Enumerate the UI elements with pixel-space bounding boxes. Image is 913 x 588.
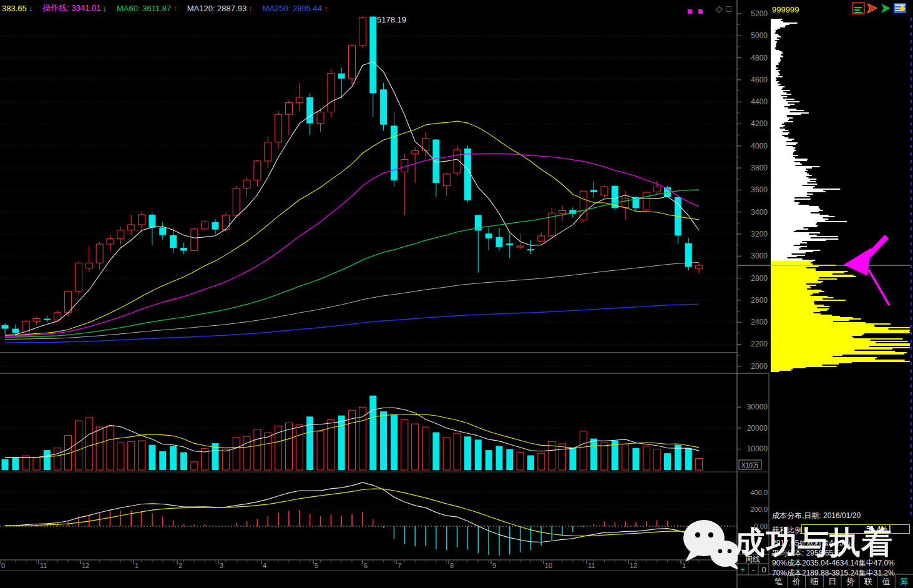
macd-bar-down (383, 526, 384, 527)
chip-bar-loss (771, 190, 823, 191)
chip-bar-loss (771, 144, 796, 145)
chip-bar-loss (771, 131, 783, 132)
volume-axis-label: 10000 (747, 444, 768, 453)
price-axis-label: 2600 (751, 296, 768, 305)
chip-bar-loss (771, 121, 793, 122)
volume-bar-down (664, 453, 671, 470)
marker-icon[interactable] (698, 9, 703, 14)
chip-bar-loss (771, 217, 823, 218)
chip-bar-loss (771, 246, 807, 247)
chip-bar-loss (771, 91, 783, 92)
chip-bar-loss (771, 235, 817, 236)
chip-bar-loss (771, 220, 825, 221)
chip-bar-profit (771, 327, 910, 328)
chip-bar-loss (771, 260, 815, 261)
chip-bar-loss (771, 141, 786, 142)
month-label: 2 (178, 562, 182, 569)
macd-bar-up (267, 516, 268, 526)
chip-bar-loss (771, 240, 826, 241)
marker-icon[interactable] (688, 9, 692, 14)
chip-bar-loss (771, 135, 782, 136)
diamond-icon[interactable]: ◇ (716, 4, 723, 14)
chip-bar-loss (771, 201, 794, 202)
macd-bar-up (257, 519, 258, 526)
red-arrow-icon[interactable] (867, 4, 877, 13)
price-axis-label: 4400 (751, 97, 768, 106)
chip-bar-profit (771, 306, 829, 307)
chip-bar-profit (771, 326, 875, 327)
macd-bar-up (635, 522, 637, 526)
macd-bar-up (278, 513, 279, 526)
month-label: 0 (1, 562, 5, 569)
chip-bar-profit (771, 362, 852, 363)
chip-bar-loss (771, 92, 786, 94)
chip-bar-loss (771, 117, 793, 119)
volume-bar-up (296, 425, 303, 470)
macd-bar-up (130, 511, 132, 526)
chip-bar-loss (771, 227, 804, 228)
chip-bar-loss (771, 61, 780, 62)
macd-bar-down (562, 526, 563, 535)
volume-bar-up (422, 427, 429, 470)
chip-bar-profit (771, 343, 910, 345)
macd-bar-down (394, 526, 395, 539)
chip-bar-loss (771, 150, 796, 151)
volume-bar-up (243, 436, 250, 470)
trend-arrow-icon: ↓ (29, 4, 33, 13)
volume-bar-up (401, 419, 408, 470)
chip-bar-loss (771, 111, 790, 112)
chip-bar-loss (771, 122, 784, 124)
icon-detail (900, 6, 905, 11)
candle-up (296, 97, 303, 102)
chip-bar-loss (771, 245, 794, 246)
chip-bar-profit (771, 368, 793, 370)
indicator-label: 操作线: 3341.01 (42, 2, 100, 14)
chip-bar-profit (771, 315, 832, 316)
chip-bar-profit (771, 322, 866, 323)
ma20-line (5, 121, 699, 335)
macd-bar-down (583, 526, 584, 527)
chip-bar-loss (771, 129, 785, 130)
candle-up (191, 229, 198, 251)
watermark-text: 成功与执着 (734, 522, 893, 564)
volume-bar-down (475, 439, 482, 470)
candle-up (696, 265, 703, 268)
candle-down (12, 329, 19, 333)
macd-bar-down (572, 526, 574, 532)
volume-axis-label: 30000 (747, 403, 768, 411)
chip-bar-profit (771, 358, 875, 360)
square-icon[interactable]: □ (726, 4, 731, 14)
macd-bar-up (657, 520, 658, 526)
candle-up (75, 263, 82, 292)
indicator-ma120: MA120: 2887.93↑ (187, 2, 253, 14)
trend-arrow-icon: ↑ (173, 4, 177, 13)
chip-bar-profit (771, 366, 836, 367)
macd-axis-label: 400.0 (750, 489, 768, 496)
candle-up (622, 198, 629, 208)
trend-arrow-icon: ↑ (248, 4, 253, 13)
chip-bar-loss (771, 191, 826, 192)
chip-bar-profit (771, 332, 910, 333)
chip-bar-profit (771, 281, 823, 282)
chart-canvas[interactable]: 5178.19◇□5200500048004600440042004000380… (0, 0, 913, 588)
chip-bar-profit (771, 280, 818, 281)
chip-bar-loss (771, 147, 795, 149)
candle-down (212, 222, 219, 230)
candle-up (85, 263, 92, 268)
volume-bar-down (12, 457, 19, 470)
chip-bar-loss (771, 49, 776, 50)
tab-筹[interactable]: 筹 (900, 577, 908, 586)
ma250-line (5, 304, 699, 343)
month-label: 10 (545, 562, 552, 569)
chip-bar-loss (771, 119, 789, 120)
chip-bar-loss (771, 114, 801, 115)
macd-bar-down (520, 526, 521, 552)
volume-bar-down (44, 450, 51, 470)
volume-bar-down (464, 436, 471, 470)
chip-bar-profit (771, 357, 877, 358)
indicator-label: MA60: 3611.87 (117, 4, 171, 13)
month-label: 12 (82, 562, 89, 569)
chip-bar-loss (771, 71, 778, 72)
green-arrow-icon[interactable] (881, 4, 891, 13)
chip-bar-loss (771, 243, 800, 245)
